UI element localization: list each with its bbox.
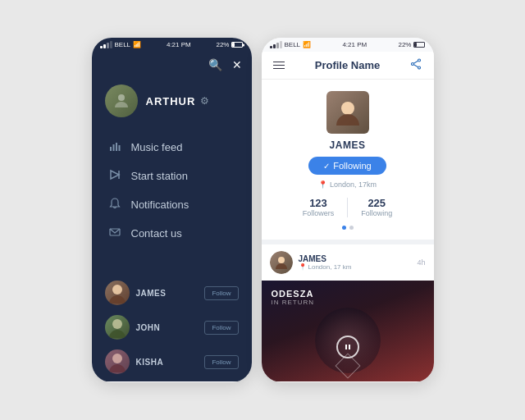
wifi-icon: 📶 (133, 41, 141, 48)
svg-rect-18 (345, 345, 347, 349)
svg-point-11 (418, 59, 421, 62)
right-signal-icon (270, 41, 282, 48)
checkmark-icon: ✓ (323, 162, 330, 171)
left-phone: BELL 📶 4:21 PM 22% 🔍 ✕ (92, 38, 252, 382)
stats-row: 123 Followers 225 Following (275, 197, 421, 217)
post-location-text: London, 17 km (308, 263, 352, 271)
user-name-section: ARTHUR ⚙ (146, 95, 210, 107)
friend-avatar-james (105, 281, 130, 305)
svg-rect-4 (118, 145, 120, 151)
follow-button-kisha[interactable]: Follow (204, 355, 238, 369)
svg-point-10 (112, 354, 122, 363)
avatar-image (105, 84, 138, 117)
right-body: Profile Name (262, 52, 434, 381)
settings-icon[interactable]: ⚙ (200, 95, 209, 107)
followers-label: Followers (303, 209, 335, 217)
left-status-bar: BELL 📶 4:21 PM 22% (92, 38, 252, 52)
following-count: 225 (368, 197, 386, 209)
top-icons: 🔍 ✕ (92, 58, 252, 71)
svg-rect-3 (116, 143, 117, 151)
svg-point-16 (341, 102, 354, 115)
friend-item-kisha: KISHA Follow (102, 345, 242, 378)
music-feed-icon (108, 140, 121, 154)
nav-label-notifications: Notifications (131, 199, 189, 211)
svg-point-13 (418, 66, 421, 69)
friend-name-kisha: KISHA (136, 358, 199, 367)
svg-point-0 (118, 94, 125, 101)
user-name: ARTHUR (146, 95, 196, 107)
nav-item-music-feed[interactable]: Music feed (105, 134, 239, 161)
music-card: ODESZA IN RETURN (262, 281, 434, 381)
dot-1 (342, 226, 346, 230)
follow-button-john[interactable]: Follow (204, 321, 238, 335)
post-card: JAMES 📍 London, 17 km 4h ODESZA IN RETUR… (262, 244, 434, 381)
right-time-label: 4:21 PM (342, 41, 367, 48)
svg-rect-19 (349, 345, 350, 349)
menu-icon[interactable] (273, 62, 285, 70)
notifications-icon (108, 198, 121, 212)
nav-label-start-station: Start station (131, 170, 188, 182)
post-username: JAMES (299, 254, 412, 263)
page-dots (342, 226, 354, 230)
followers-stat: 123 Followers (290, 197, 348, 217)
following-stat: 225 Following (348, 197, 405, 217)
follow-button-james[interactable]: Follow (204, 286, 238, 300)
followers-count: 123 (309, 197, 327, 209)
friend-name-james: JAMES (136, 289, 199, 298)
carrier-info: BELL 📶 (100, 41, 142, 48)
share-icon[interactable] (410, 58, 422, 72)
nav-item-contact-us[interactable]: Contact us (105, 220, 239, 247)
right-battery-icon (413, 42, 425, 48)
battery-section: 22% (216, 41, 243, 48)
nav-item-notifications[interactable]: Notifications (105, 191, 239, 218)
right-phone: BELL 📶 4:21 PM 22% Profile Name (262, 38, 434, 382)
profile-title: Profile Name (315, 59, 380, 71)
post-avatar (270, 251, 293, 274)
user-section: ARTHUR ⚙ (92, 84, 252, 117)
music-subtitle: IN RETURN (272, 299, 424, 306)
profile-card: JAMES ✓ Following 📍 London, 17km 123 Fol… (262, 80, 434, 244)
friend-avatar-john (105, 315, 130, 340)
friends-list: JAMES Follow JOHN Follow (92, 276, 252, 378)
following-label: Following (333, 161, 371, 171)
search-icon[interactable]: 🔍 (208, 58, 222, 71)
location-pin-icon: 📍 (318, 180, 327, 189)
post-location: 📍 London, 17 km (299, 263, 412, 271)
avatar (105, 84, 138, 117)
time-label: 4:21 PM (167, 41, 191, 48)
friend-avatar-kisha (105, 349, 130, 374)
close-icon[interactable]: ✕ (232, 58, 242, 71)
right-wifi-icon: 📶 (303, 41, 311, 48)
contact-icon (108, 226, 121, 240)
post-time: 4h (417, 258, 425, 267)
svg-line-15 (414, 65, 418, 67)
signal-icon (100, 41, 112, 48)
post-pin-icon: 📍 (299, 263, 307, 271)
right-battery-percent: 22% (398, 41, 411, 48)
following-label: Following (361, 209, 392, 217)
right-carrier-label: BELL (285, 41, 301, 48)
app-container: BELL 📶 4:21 PM 22% 🔍 ✕ (75, 21, 450, 399)
profile-name: JAMES (330, 139, 366, 151)
right-header: Profile Name (262, 52, 434, 80)
profile-avatar (326, 91, 369, 134)
svg-point-17 (278, 257, 285, 263)
music-title: ODESZA (272, 289, 424, 299)
svg-marker-5 (111, 171, 119, 179)
svg-point-9 (112, 319, 122, 329)
right-status-bar: BELL 📶 4:21 PM 22% (262, 38, 434, 52)
nav-items: Music feed Start station (92, 134, 252, 247)
start-station-icon (108, 169, 121, 183)
friend-item-john: JOHN Follow (102, 311, 242, 344)
friend-item-james: JAMES Follow (102, 276, 242, 309)
friend-name-john: JOHN (136, 323, 199, 332)
post-header: JAMES 📍 London, 17 km 4h (262, 244, 434, 281)
svg-point-8 (112, 285, 122, 294)
svg-point-12 (412, 63, 414, 66)
nav-item-start-station[interactable]: Start station (105, 162, 239, 189)
location-label: London, 17km (330, 180, 377, 189)
battery-percent: 22% (216, 41, 229, 48)
carrier-label: BELL (115, 41, 131, 48)
following-button[interactable]: ✓ Following (308, 157, 386, 175)
svg-line-14 (414, 61, 418, 63)
